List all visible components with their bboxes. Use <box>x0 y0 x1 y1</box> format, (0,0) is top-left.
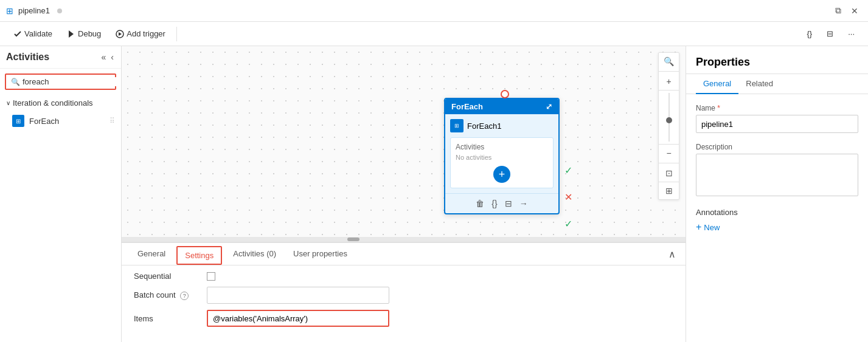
sidebar-collapse-btn[interactable]: « <box>100 51 108 63</box>
trigger-icon <box>116 30 124 38</box>
zoom-divider2 <box>659 163 679 163</box>
sidebar-header-btns: « ‹ <box>100 51 115 63</box>
zoom-divider <box>659 71 679 72</box>
toolbar: Validate Debug Add trigger {} ⊟ ··· <box>0 22 868 46</box>
foreach-move-btn[interactable]: → <box>519 199 528 208</box>
validate-icon <box>13 30 22 38</box>
tab-general[interactable]: General <box>129 243 174 265</box>
foreach-add-activity-btn[interactable]: + <box>493 166 510 183</box>
zoom-out-btn[interactable]: − <box>659 145 679 162</box>
drag-handle-icon[interactable]: ⠿ <box>109 117 115 125</box>
props-annotations-label: Annotations <box>696 208 738 217</box>
sequential-checkbox[interactable] <box>207 272 215 281</box>
batch-count-input[interactable] <box>207 287 389 304</box>
items-input[interactable] <box>207 310 389 327</box>
zoom-in-btn[interactable]: + <box>659 73 679 90</box>
props-annotations-header: Annotations <box>696 208 858 217</box>
more-button[interactable]: ··· <box>842 26 861 41</box>
validate-label: Validate <box>24 29 52 38</box>
template-button[interactable]: ⊟ <box>821 26 839 41</box>
foreach-node-body: ⊞ ForEach1 Activities No activities + <box>445 114 558 193</box>
props-new-label: New <box>704 223 720 232</box>
foreach-node-title: ⊞ ForEach1 <box>450 119 554 132</box>
app-icon: ⊞ <box>6 6 13 16</box>
title-bar: ⊞ pipeline1 ⧉ ✕ <box>0 0 868 22</box>
add-trigger-label: Add trigger <box>127 29 165 38</box>
canvas-viewport[interactable]: ForEach ⤢ ⊞ ForEach1 Activities No activ… <box>122 46 686 242</box>
foreach-code-btn[interactable]: {} <box>491 199 497 208</box>
foreach-delete-btn[interactable]: 🗑 <box>476 199 484 208</box>
add-trigger-button[interactable]: Add trigger <box>109 26 172 41</box>
tab-settings[interactable]: Settings <box>176 246 222 265</box>
props-annotations-new-btn[interactable]: + New <box>696 222 720 233</box>
props-tab-related[interactable]: Related <box>738 74 780 94</box>
validate-button[interactable]: Validate <box>7 26 58 41</box>
foreach-activities-label: Activities <box>456 143 548 151</box>
props-name-field: Name <box>696 104 858 133</box>
foreach-node-header: ForEach ⤢ <box>445 99 558 114</box>
code-button[interactable]: {} <box>800 26 818 41</box>
sidebar-section-iteration[interactable]: ∨ Iteration & conditionals <box>0 95 121 111</box>
pipeline-title: pipeline1 <box>18 6 50 15</box>
svg-marker-0 <box>69 30 74 38</box>
foreach-label: ForEach <box>29 117 105 126</box>
properties-content: Name Description Annotations + New <box>686 94 868 342</box>
success-connector-icon: ✓ <box>564 165 572 176</box>
foreach-activity-item[interactable]: ⊞ ForEach ⠿ <box>0 111 121 131</box>
properties-tabs: General Related <box>686 74 868 94</box>
properties-title: Properties <box>686 46 868 74</box>
unsaved-dot <box>57 9 62 13</box>
props-description-textarea[interactable] <box>696 154 858 196</box>
zoom-slider-thumb <box>666 117 672 123</box>
side-connectors: ✓ ✕ ✓ <box>564 165 572 230</box>
zoom-search-btn[interactable]: 🔍 <box>659 53 679 70</box>
failure-connector-icon: ✕ <box>564 191 572 203</box>
bottom-tabs: General Settings Activities (0) User pro… <box>122 243 686 265</box>
tab-activities[interactable]: Activities (0) <box>224 243 285 265</box>
plus-icon: + <box>696 222 701 233</box>
zoom-controls: 🔍 + − ⊡ ⊞ <box>658 52 679 200</box>
search-box: 🔍 <box>5 74 116 90</box>
batch-count-label-text: Batch count <box>134 290 176 299</box>
fit-grid-btn[interactable]: ⊞ <box>659 182 679 199</box>
foreach-header-icons: ⤢ <box>546 102 552 111</box>
foreach-node-inner: Activities No activities + <box>450 137 554 188</box>
canvas-scrollbar-thumb <box>347 238 359 241</box>
foreach-node-title-text: ForEach1 <box>467 121 501 131</box>
props-annotations-field: Annotations + New <box>696 208 858 233</box>
props-description-field: Description <box>696 143 858 198</box>
close-button[interactable]: ✕ <box>847 3 862 18</box>
sequential-label: Sequential <box>134 272 207 281</box>
toolbar-separator <box>176 27 177 41</box>
props-description-label: Description <box>696 143 858 151</box>
bottom-panel: General Settings Activities (0) User pro… <box>122 242 686 342</box>
foreach-expand-icon[interactable]: ⤢ <box>546 102 552 111</box>
chevron-down-icon: ∨ <box>6 100 10 106</box>
top-connector-circle <box>501 90 509 98</box>
props-tab-general[interactable]: General <box>696 74 738 94</box>
properties-panel: Properties General Related Name Descript… <box>686 46 868 342</box>
main-layout: Activities « ‹ 🔍 ∨ Iteration & condition… <box>0 46 868 342</box>
fit-screen-btn[interactable]: ⊡ <box>659 165 679 182</box>
zoom-slider-track <box>668 93 670 142</box>
sequential-row: Sequential <box>134 272 673 281</box>
batch-count-help-icon[interactable]: ? <box>180 292 189 300</box>
foreach-no-activities-label: No activities <box>456 154 548 161</box>
restore-button[interactable]: ⧉ <box>832 3 845 18</box>
canvas-scrollbar[interactable] <box>122 237 686 242</box>
foreach-copy-btn[interactable]: ⊟ <box>505 199 512 208</box>
sidebar-expand-btn[interactable]: ‹ <box>109 51 115 63</box>
batch-count-label: Batch count ? <box>134 290 207 300</box>
foreach-node-title-icon: ⊞ <box>450 119 464 132</box>
items-row: Items <box>134 310 673 327</box>
debug-button[interactable]: Debug <box>61 26 107 41</box>
foreach-header-title: ForEach <box>451 102 483 111</box>
search-input[interactable] <box>23 77 122 86</box>
bottom-panel-close-btn[interactable]: ∧ <box>666 246 678 262</box>
tab-user-properties[interactable]: User properties <box>285 243 356 265</box>
foreach-node[interactable]: ForEach ⤢ ⊞ ForEach1 Activities No activ… <box>444 98 560 214</box>
section-label: Iteration & conditionals <box>13 98 93 108</box>
items-label: Items <box>134 314 207 323</box>
batch-count-row: Batch count ? <box>134 287 673 304</box>
props-name-input[interactable] <box>696 115 858 133</box>
